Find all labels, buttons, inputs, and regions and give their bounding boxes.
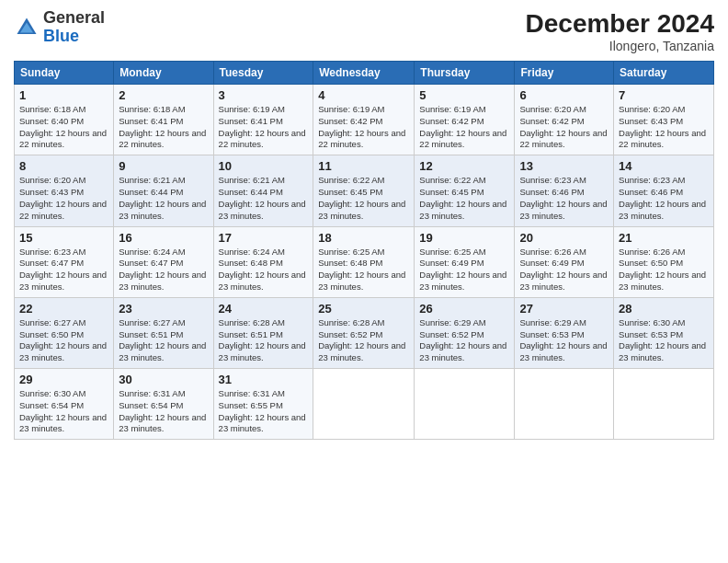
day-info: Sunrise: 6:31 AM Sunset: 6:55 PM Dayligh…: [219, 388, 309, 435]
col-wednesday: Wednesday: [313, 62, 415, 85]
daylight-text: Daylight: 12 hours and 23 minutes.: [318, 199, 405, 221]
day-info: Sunrise: 6:20 AM Sunset: 6:43 PM Dayligh…: [619, 104, 709, 151]
sunset-text: Sunset: 6:46 PM: [519, 187, 584, 197]
day-number: 24: [219, 302, 309, 316]
daylight-text: Daylight: 12 hours and 22 minutes.: [419, 128, 506, 150]
calendar-week-3: 15 Sunrise: 6:23 AM Sunset: 6:47 PM Dayl…: [15, 226, 714, 297]
calendar-cell: [614, 369, 714, 440]
calendar-cell: [313, 369, 415, 440]
day-number: 14: [619, 159, 709, 173]
sunset-text: Sunset: 6:52 PM: [419, 329, 483, 339]
calendar-cell: 28 Sunrise: 6:30 AM Sunset: 6:53 PM Dayl…: [614, 297, 714, 368]
calendar-week-2: 8 Sunrise: 6:20 AM Sunset: 6:43 PM Dayli…: [15, 155, 714, 226]
day-info: Sunrise: 6:18 AM Sunset: 6:40 PM Dayligh…: [19, 104, 108, 151]
daylight-text: Daylight: 12 hours and 23 minutes.: [119, 340, 206, 362]
daylight-text: Daylight: 12 hours and 23 minutes.: [419, 340, 506, 362]
calendar-cell: 6 Sunrise: 6:20 AM Sunset: 6:42 PM Dayli…: [515, 85, 614, 155]
day-number: 11: [318, 159, 409, 173]
daylight-text: Daylight: 12 hours and 23 minutes.: [519, 199, 607, 221]
day-info: Sunrise: 6:29 AM Sunset: 6:53 PM Dayligh…: [519, 317, 609, 364]
day-info: Sunrise: 6:25 AM Sunset: 6:49 PM Dayligh…: [419, 247, 509, 293]
calendar-cell: 30 Sunrise: 6:31 AM Sunset: 6:54 PM Dayl…: [114, 369, 213, 440]
daylight-text: Daylight: 12 hours and 22 minutes.: [619, 128, 706, 150]
page-subtitle: Ilongero, Tanzania: [526, 39, 714, 53]
day-number: 7: [619, 88, 709, 102]
sunset-text: Sunset: 6:51 PM: [219, 329, 283, 339]
day-number: 15: [19, 231, 108, 245]
daylight-text: Daylight: 12 hours and 23 minutes.: [219, 340, 306, 362]
sunset-text: Sunset: 6:49 PM: [419, 258, 483, 268]
sunset-text: Sunset: 6:46 PM: [619, 187, 683, 197]
day-info: Sunrise: 6:27 AM Sunset: 6:50 PM Dayligh…: [19, 317, 108, 364]
calendar-cell: 29 Sunrise: 6:30 AM Sunset: 6:54 PM Dayl…: [15, 369, 114, 440]
sunrise-text: Sunrise: 6:25 AM: [419, 247, 485, 257]
day-info: Sunrise: 6:26 AM Sunset: 6:49 PM Dayligh…: [519, 247, 609, 293]
calendar-cell: 2 Sunrise: 6:18 AM Sunset: 6:41 PM Dayli…: [114, 85, 213, 155]
daylight-text: Daylight: 12 hours and 22 minutes.: [219, 128, 306, 150]
day-number: 19: [419, 231, 509, 245]
day-number: 26: [419, 302, 509, 316]
sunrise-text: Sunrise: 6:24 AM: [219, 247, 285, 257]
sunrise-text: Sunrise: 6:19 AM: [219, 104, 285, 114]
daylight-text: Daylight: 12 hours and 23 minutes.: [619, 199, 706, 221]
day-info: Sunrise: 6:23 AM Sunset: 6:46 PM Dayligh…: [619, 175, 709, 222]
sunset-text: Sunset: 6:48 PM: [318, 258, 382, 268]
day-info: Sunrise: 6:20 AM Sunset: 6:42 PM Dayligh…: [519, 104, 609, 151]
day-info: Sunrise: 6:25 AM Sunset: 6:48 PM Dayligh…: [318, 247, 409, 293]
calendar-table: Sunday Monday Tuesday Wednesday Thursday…: [14, 61, 714, 440]
calendar-cell: 18 Sunrise: 6:25 AM Sunset: 6:48 PM Dayl…: [313, 226, 415, 297]
calendar-cell: 15 Sunrise: 6:23 AM Sunset: 6:47 PM Dayl…: [15, 226, 114, 297]
title-block: December 2024 Ilongero, Tanzania: [526, 9, 714, 53]
sunset-text: Sunset: 6:50 PM: [19, 329, 84, 339]
calendar-cell: 14 Sunrise: 6:23 AM Sunset: 6:46 PM Dayl…: [614, 155, 714, 226]
day-info: Sunrise: 6:27 AM Sunset: 6:51 PM Dayligh…: [119, 317, 208, 364]
day-number: 2: [119, 88, 208, 102]
daylight-text: Daylight: 12 hours and 22 minutes.: [318, 128, 405, 150]
calendar-cell: 24 Sunrise: 6:28 AM Sunset: 6:51 PM Dayl…: [213, 297, 313, 368]
sunrise-text: Sunrise: 6:26 AM: [519, 247, 586, 257]
sunrise-text: Sunrise: 6:28 AM: [219, 317, 285, 327]
sunset-text: Sunset: 6:43 PM: [19, 187, 84, 197]
calendar-cell: 1 Sunrise: 6:18 AM Sunset: 6:40 PM Dayli…: [15, 85, 114, 155]
day-info: Sunrise: 6:30 AM Sunset: 6:53 PM Dayligh…: [619, 317, 709, 364]
sunset-text: Sunset: 6:47 PM: [119, 258, 183, 268]
day-info: Sunrise: 6:28 AM Sunset: 6:52 PM Dayligh…: [318, 317, 409, 364]
daylight-text: Daylight: 12 hours and 23 minutes.: [619, 270, 706, 292]
sunset-text: Sunset: 6:48 PM: [219, 258, 283, 268]
sunrise-text: Sunrise: 6:29 AM: [519, 317, 586, 327]
calendar-cell: 9 Sunrise: 6:21 AM Sunset: 6:44 PM Dayli…: [114, 155, 213, 226]
daylight-text: Daylight: 12 hours and 22 minutes.: [19, 199, 107, 221]
calendar-cell: 19 Sunrise: 6:25 AM Sunset: 6:49 PM Dayl…: [415, 226, 515, 297]
calendar-week-4: 22 Sunrise: 6:27 AM Sunset: 6:50 PM Dayl…: [15, 297, 714, 368]
calendar-cell: 27 Sunrise: 6:29 AM Sunset: 6:53 PM Dayl…: [515, 297, 614, 368]
sunset-text: Sunset: 6:52 PM: [318, 329, 382, 339]
col-sunday: Sunday: [15, 62, 114, 85]
sunset-text: Sunset: 6:53 PM: [619, 329, 683, 339]
daylight-text: Daylight: 12 hours and 23 minutes.: [19, 340, 107, 362]
daylight-text: Daylight: 12 hours and 22 minutes.: [19, 128, 107, 150]
sunrise-text: Sunrise: 6:21 AM: [119, 175, 185, 185]
sunset-text: Sunset: 6:41 PM: [219, 116, 283, 126]
daylight-text: Daylight: 12 hours and 23 minutes.: [419, 270, 506, 292]
day-number: 22: [19, 302, 108, 316]
day-number: 23: [119, 302, 208, 316]
day-number: 30: [119, 373, 208, 386]
day-info: Sunrise: 6:21 AM Sunset: 6:44 PM Dayligh…: [119, 175, 208, 222]
calendar-cell: 26 Sunrise: 6:29 AM Sunset: 6:52 PM Dayl…: [415, 297, 515, 368]
calendar-cell: 10 Sunrise: 6:21 AM Sunset: 6:44 PM Dayl…: [213, 155, 313, 226]
daylight-text: Daylight: 12 hours and 23 minutes.: [318, 270, 405, 292]
calendar-header-row: Sunday Monday Tuesday Wednesday Thursday…: [15, 62, 714, 85]
sunrise-text: Sunrise: 6:20 AM: [619, 104, 685, 114]
day-info: Sunrise: 6:19 AM Sunset: 6:42 PM Dayligh…: [318, 104, 409, 151]
day-number: 29: [19, 373, 108, 386]
main-container: General Blue December 2024 Ilongero, Tan…: [0, 0, 728, 449]
page-title: December 2024: [526, 9, 714, 39]
sunset-text: Sunset: 6:42 PM: [519, 116, 584, 126]
day-info: Sunrise: 6:23 AM Sunset: 6:47 PM Dayligh…: [19, 247, 108, 293]
day-number: 28: [619, 302, 709, 316]
calendar-cell: [515, 369, 614, 440]
daylight-text: Daylight: 12 hours and 23 minutes.: [219, 199, 306, 221]
sunrise-text: Sunrise: 6:20 AM: [519, 104, 586, 114]
calendar-cell: [415, 369, 515, 440]
sunrise-text: Sunrise: 6:20 AM: [19, 175, 85, 185]
